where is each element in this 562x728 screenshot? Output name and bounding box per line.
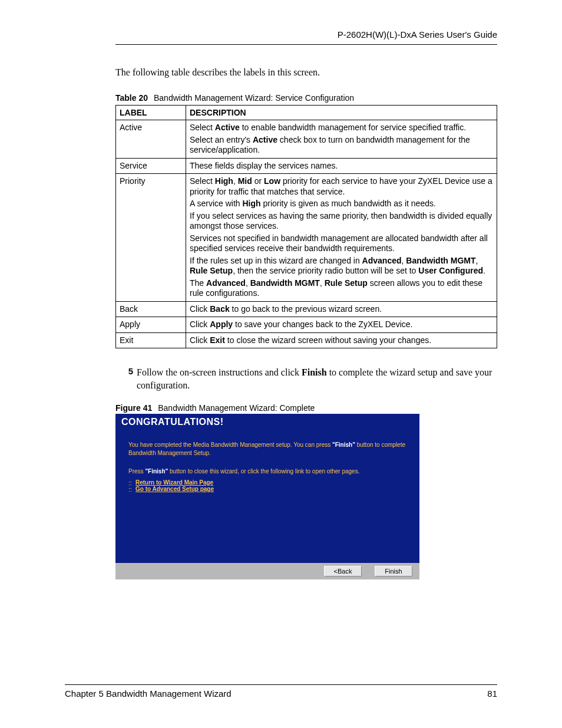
table-title: Bandwidth Management Wizard: Service Con… bbox=[154, 93, 354, 103]
figure-caption: Figure 41Bandwidth Management Wizard: Co… bbox=[115, 403, 497, 413]
row-description: Select Active to enable bandwidth manage… bbox=[186, 120, 497, 159]
link-return-wizard-main[interactable]: Return to Wizard Main Page bbox=[135, 479, 213, 486]
table-caption: Table 20Bandwidth Management Wizard: Ser… bbox=[115, 93, 497, 103]
table-row: ActiveSelect Active to enable bandwidth … bbox=[116, 120, 497, 159]
wizard-links: :: Return to Wizard Main Page :: Go to A… bbox=[115, 479, 419, 492]
definitions-table: LABEL DESCRIPTION ActiveSelect Active to… bbox=[115, 105, 497, 348]
bullet-icon: :: bbox=[128, 480, 133, 485]
row-description: Click Back to go back to the previous wi… bbox=[186, 301, 497, 317]
th-description: DESCRIPTION bbox=[186, 106, 497, 120]
row-label: Service bbox=[116, 158, 186, 174]
intro-paragraph: The following table describes the labels… bbox=[115, 67, 497, 78]
step-text: Follow the on-screen instructions and cl… bbox=[137, 366, 497, 391]
wizard-message-2: Press "Finish" button to close this wiza… bbox=[115, 467, 419, 476]
table-row: PrioritySelect High, Mid or Low priority… bbox=[116, 174, 497, 302]
row-description: Select High, Mid or Low priority for eac… bbox=[186, 174, 497, 302]
table-row: ApplyClick Apply to save your changes ba… bbox=[116, 317, 497, 333]
wizard-screenshot: CONGRATULATIONS! You have completed the … bbox=[115, 414, 419, 579]
wizard-message-1: You have completed the Media Bandwidth M… bbox=[115, 441, 419, 457]
bullet-icon: :: bbox=[128, 486, 133, 491]
table-row: BackClick Back to go back to the previou… bbox=[116, 301, 497, 317]
row-description: Click Exit to close the wizard screen wi… bbox=[186, 332, 497, 348]
doc-title: P-2602H(W)(L)-DxA Series User's Guide bbox=[338, 29, 497, 39]
table-row: ExitClick Exit to close the wizard scree… bbox=[116, 332, 497, 348]
link-advanced-setup[interactable]: Go to Advanced Setup page bbox=[135, 486, 214, 492]
row-label: Active bbox=[116, 120, 186, 159]
th-label: LABEL bbox=[116, 106, 186, 120]
footer-page-number: 81 bbox=[487, 689, 497, 699]
wizard-footer: <Back Finish bbox=[115, 563, 419, 579]
figure-number: Figure 41 bbox=[115, 403, 152, 413]
finish-button[interactable]: Finish bbox=[375, 566, 412, 577]
row-description: Click Apply to save your changes back to… bbox=[186, 317, 497, 333]
page-footer: Chapter 5 Bandwidth Management Wizard 81 bbox=[65, 684, 497, 699]
back-button[interactable]: <Back bbox=[324, 566, 362, 577]
page-header: P-2602H(W)(L)-DxA Series User's Guide bbox=[115, 29, 497, 45]
figure-title: Bandwidth Management Wizard: Complete bbox=[158, 403, 315, 413]
step-number: 5 bbox=[115, 366, 137, 391]
row-label: Exit bbox=[116, 332, 186, 348]
row-label: Priority bbox=[116, 174, 186, 302]
row-label: Back bbox=[116, 301, 186, 317]
wizard-heading: CONGRATULATIONS! bbox=[115, 414, 419, 430]
table-row: ServiceThese fields display the services… bbox=[116, 158, 497, 174]
step-5: 5 Follow the on-screen instructions and … bbox=[115, 366, 497, 391]
row-label: Apply bbox=[116, 317, 186, 333]
table-number: Table 20 bbox=[115, 93, 148, 103]
footer-chapter: Chapter 5 Bandwidth Management Wizard bbox=[65, 689, 232, 699]
row-description: These fields display the services names. bbox=[186, 158, 497, 174]
